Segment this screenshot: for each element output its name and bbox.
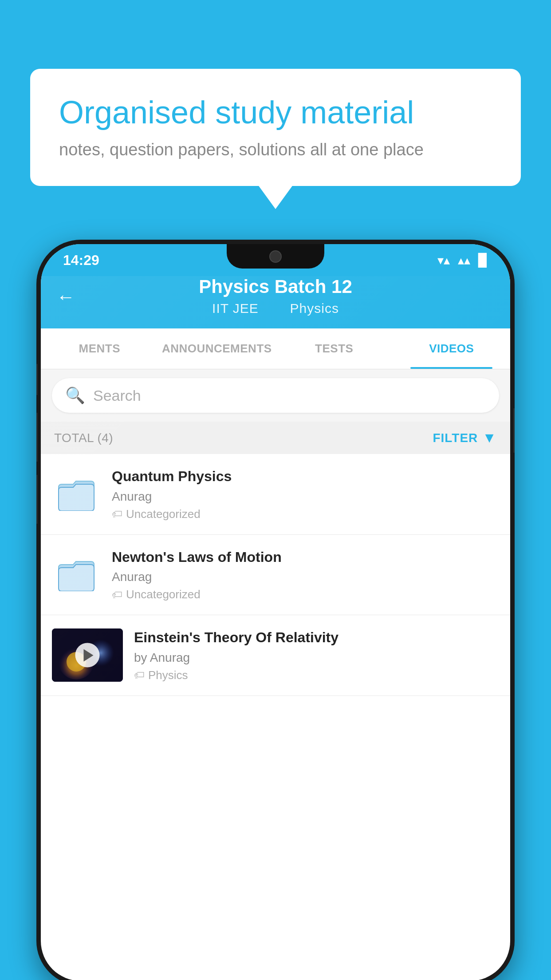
speech-bubble: Organised study material notes, question… [30, 69, 521, 186]
status-time: 14:29 [63, 252, 99, 269]
bubble-title: Organised study material [59, 93, 492, 131]
list-item[interactable]: Newton's Laws of Motion Anurag 🏷 Uncateg… [41, 535, 510, 616]
video-list: Quantum Physics Anurag 🏷 Uncategorized [41, 454, 510, 696]
video-tag: 🏷 Physics [134, 668, 499, 682]
video-thumbnail [52, 628, 123, 682]
list-item[interactable]: Einstein's Theory Of Relativity by Anura… [41, 615, 510, 696]
phone-frame: 14:29 ▾▴ ▴▴ ▉ ← Physics Batch 12 IIT JEE… [36, 240, 515, 980]
volume-up-button [36, 413, 38, 462]
front-camera [269, 250, 282, 263]
folder-icon-wrap [52, 555, 101, 595]
tag-physics: Physics [290, 301, 339, 316]
video-author: Anurag [112, 490, 499, 504]
volume-down-button [36, 475, 38, 524]
phone-inner: 14:29 ▾▴ ▴▴ ▉ ← Physics Batch 12 IIT JEE… [41, 244, 510, 980]
screen-content: 14:29 ▾▴ ▴▴ ▉ ← Physics Batch 12 IIT JEE… [41, 244, 510, 980]
folder-icon [56, 558, 96, 591]
wifi-icon: ▾▴ [437, 253, 450, 268]
video-author: by Anurag [134, 651, 499, 665]
tab-videos[interactable]: VIDEOS [393, 328, 511, 369]
play-button[interactable] [75, 643, 100, 668]
play-icon [83, 649, 93, 661]
phone-notch [227, 244, 324, 269]
tag-icon: 🏷 [134, 669, 145, 681]
status-icons: ▾▴ ▴▴ ▉ [437, 253, 488, 268]
bubble-subtitle: notes, question papers, solutions all at… [59, 140, 492, 159]
video-tag: 🏷 Uncategorized [112, 507, 499, 521]
mute-button [36, 364, 38, 395]
filter-button[interactable]: FILTER ▼ [433, 430, 497, 446]
power-button [513, 408, 515, 453]
batch-tags: IIT JEE Physics [41, 301, 510, 316]
video-info: Einstein's Theory Of Relativity by Anura… [134, 628, 499, 682]
search-container: 🔍 Search [41, 369, 510, 422]
tag-icon: 🏷 [112, 508, 122, 520]
video-info: Newton's Laws of Motion Anurag 🏷 Uncateg… [112, 548, 499, 602]
tag-icon: 🏷 [112, 589, 122, 601]
filter-icon: ▼ [482, 430, 497, 446]
tab-ments[interactable]: MENTS [41, 328, 158, 369]
folder-icon [56, 478, 96, 511]
speech-bubble-container: Organised study material notes, question… [30, 69, 521, 186]
tag-label: Uncategorized [126, 588, 201, 601]
tab-tests[interactable]: TESTS [276, 328, 393, 369]
batch-title: Physics Batch 12 [41, 276, 510, 297]
filter-bar: TOTAL (4) FILTER ▼ [41, 422, 510, 454]
video-title: Newton's Laws of Motion [112, 548, 499, 567]
search-bar[interactable]: 🔍 Search [52, 378, 499, 413]
video-title: Einstein's Theory Of Relativity [134, 628, 499, 647]
tag-iitjee: IIT JEE [212, 301, 259, 316]
tab-announcements[interactable]: ANNOUNCEMENTS [158, 328, 276, 369]
search-placeholder: Search [93, 387, 141, 404]
search-icon: 🔍 [65, 386, 85, 405]
video-tag: 🏷 Uncategorized [112, 588, 499, 601]
video-info: Quantum Physics Anurag 🏷 Uncategorized [112, 467, 499, 521]
tab-bar: MENTS ANNOUNCEMENTS TESTS VIDEOS [41, 328, 510, 369]
back-button[interactable]: ← [56, 286, 75, 308]
signal-icon: ▴▴ [458, 253, 470, 268]
battery-icon: ▉ [478, 253, 488, 268]
tag-label: Uncategorized [126, 507, 201, 521]
video-author: Anurag [112, 570, 499, 584]
filter-label: FILTER [433, 431, 478, 445]
video-title: Quantum Physics [112, 467, 499, 486]
folder-icon-wrap [52, 474, 101, 514]
tag-label: Physics [148, 668, 188, 682]
list-item[interactable]: Quantum Physics Anurag 🏷 Uncategorized [41, 454, 510, 535]
total-count: TOTAL (4) [54, 431, 113, 445]
